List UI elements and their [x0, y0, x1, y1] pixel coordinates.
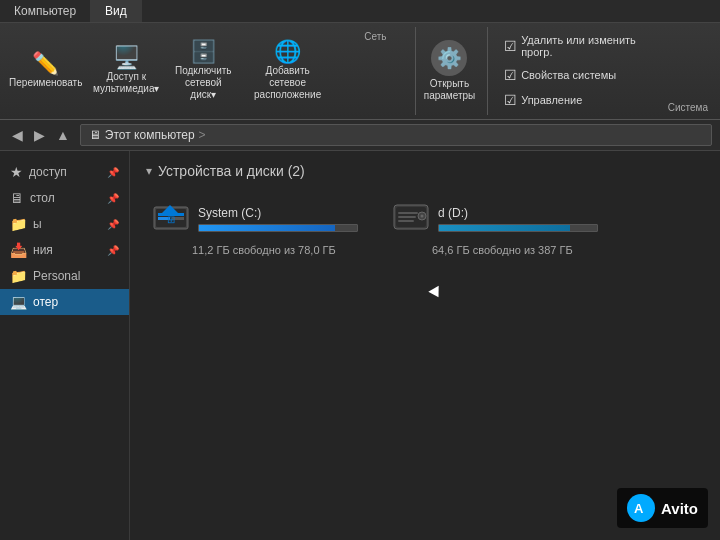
drive-c-info: System (C:) — [198, 206, 360, 232]
main-layout: ★ доступ 📌 🖥 стол 📌 📁 ы 📌 📥 ния 📌 📁 Pers… — [0, 151, 720, 540]
drive-d-bar-container — [438, 224, 598, 232]
svg-rect-10 — [398, 212, 418, 214]
files-pin: 📌 — [107, 219, 119, 230]
path-computer: Этот компьютер — [105, 128, 195, 142]
uninstall-label: Удалить или изменить прогр. — [521, 34, 642, 58]
section-header: ▾ Устройства и диски (2) — [146, 163, 704, 179]
nav-buttons: ◀ ▶ ▲ — [8, 125, 74, 145]
sidebar-item-computer[interactable]: 💻 отер — [0, 289, 129, 315]
computer-sidebar-icon: 💻 — [10, 294, 27, 310]
svg-point-9 — [421, 215, 424, 218]
svg-text:A: A — [634, 501, 644, 516]
section-title: Устройства и диски (2) — [158, 163, 305, 179]
rename-button[interactable]: ✏️ Переименовать — [6, 27, 86, 115]
system-props-button[interactable]: ☑ Свойства системы — [498, 64, 648, 86]
drive-c-bar-container — [198, 224, 358, 232]
drive-c-bar — [199, 225, 335, 231]
drive-d-name: d (D:) — [438, 206, 600, 220]
sidebar: ★ доступ 📌 🖥 стол 📌 📁 ы 📌 📥 ния 📌 📁 Pers… — [0, 151, 130, 540]
drives-grid: ⊞ System (C:) 11,2 ГБ свободно из 78,0 Г… — [146, 191, 704, 262]
svg-rect-11 — [398, 216, 416, 218]
address-bar: ◀ ▶ ▲ 🖥 Этот компьютер > — [0, 120, 720, 151]
personal-label: Personal — [33, 269, 80, 283]
system-right-items: ☑ Удалить или изменить прогр. ☑ Свойства… — [487, 27, 658, 115]
manage-icon: ☑ — [504, 92, 517, 108]
uninstall-icon: ☑ — [504, 38, 517, 54]
media-icon: 🖥️ — [113, 47, 140, 69]
add-network-icon: 🌐 — [274, 41, 301, 63]
forward-button[interactable]: ▶ — [30, 125, 49, 145]
open-params-label: Открытьпараметры — [424, 78, 476, 102]
desktop-pin: 📌 — [107, 193, 119, 204]
network-drive-label: Подключитьсетевой диск▾ — [175, 65, 232, 101]
access-icon: ★ — [10, 164, 23, 180]
system-group: ⚙️ Открытьпараметры ☑ Удалить или измени… — [420, 27, 658, 115]
drive-d-free: 64,6 ГБ свободно из 387 ГБ — [432, 244, 600, 256]
network-drive-icon: 🗄️ — [190, 41, 217, 63]
desktop-icon: 🖥 — [10, 190, 24, 206]
sidebar-item-access[interactable]: ★ доступ 📌 — [0, 159, 129, 185]
add-network-label: Добавить сетевоерасположение — [251, 65, 323, 101]
ribbon: Компьютер Вид ✏️ Переименовать 🖥️ Доступ… — [0, 0, 720, 120]
computer-icon: 🖥 — [89, 128, 101, 142]
sidebar-item-desktop[interactable]: 🖥 стол 📌 — [0, 185, 129, 211]
drive-c-free: 11,2 ГБ свободно из 78,0 ГБ — [192, 244, 360, 256]
personal-icon: 📁 — [10, 268, 27, 284]
system-props-icon: ☑ — [504, 67, 517, 83]
downloads-pin: 📌 — [107, 245, 119, 256]
network-group-label: Сеть — [364, 31, 386, 42]
drive-d-header: d (D:) — [392, 197, 600, 240]
files-label: ы — [33, 217, 42, 231]
media-access-button[interactable]: 🖥️ Доступ кмультимедиа▾ — [90, 27, 164, 115]
ribbon-group-network: Сеть — [336, 27, 416, 115]
computer-label: отер — [33, 295, 58, 309]
add-network-button[interactable]: 🌐 Добавить сетевоерасположение — [243, 27, 331, 115]
back-button[interactable]: ◀ — [8, 125, 27, 145]
system-props-label: Свойства системы — [521, 69, 616, 81]
svg-text:⊞: ⊞ — [167, 214, 175, 225]
network-drive-button[interactable]: 🗄️ Подключитьсетевой диск▾ — [167, 27, 239, 115]
rename-icon: ✏️ — [32, 53, 59, 75]
drive-d-item[interactable]: d (D:) 64,6 ГБ свободно из 387 ГБ — [386, 191, 606, 262]
toggle-icon[interactable]: ▾ — [146, 164, 152, 178]
ribbon-tabs: Компьютер Вид — [0, 0, 720, 23]
tab-view[interactable]: Вид — [91, 0, 142, 22]
path-separator: > — [199, 128, 206, 142]
drive-c-name: System (C:) — [198, 206, 360, 220]
sidebar-item-personal[interactable]: 📁 Personal — [0, 263, 129, 289]
gear-icon: ⚙️ — [431, 40, 467, 76]
avito-watermark: A Avito — [617, 488, 708, 528]
drive-d-info: d (D:) — [438, 206, 600, 232]
address-path[interactable]: 🖥 Этот компьютер > — [80, 124, 712, 146]
drive-c-item[interactable]: ⊞ System (C:) 11,2 ГБ свободно из 78,0 Г… — [146, 191, 366, 262]
tab-computer[interactable]: Компьютер — [0, 0, 91, 22]
downloads-icon: 📥 — [10, 242, 27, 258]
open-params-button[interactable]: ⚙️ Открытьпараметры — [420, 27, 479, 115]
drive-c-icon: ⊞ — [152, 197, 190, 240]
manage-button[interactable]: ☑ Управление — [498, 89, 648, 111]
files-icon: 📁 — [10, 216, 27, 232]
desktop-label: стол — [30, 191, 55, 205]
content-area: ▾ Устройства и диски (2) — [130, 151, 720, 540]
drive-d-icon — [392, 197, 430, 240]
rename-label: Переименовать — [9, 77, 82, 89]
uninstall-button[interactable]: ☑ Удалить или изменить прогр. — [498, 31, 648, 61]
downloads-label: ния — [33, 243, 53, 257]
sidebar-item-files[interactable]: 📁 ы 📌 — [0, 211, 129, 237]
drive-d-bar — [439, 225, 570, 231]
drive-c-header: ⊞ System (C:) — [152, 197, 360, 240]
sidebar-item-downloads[interactable]: 📥 ния 📌 — [0, 237, 129, 263]
access-label: доступ — [29, 165, 67, 179]
system-group-label: Система — [662, 100, 714, 115]
avito-logo-icon: A — [627, 494, 655, 522]
manage-label: Управление — [521, 94, 582, 106]
up-button[interactable]: ▲ — [52, 125, 74, 145]
svg-rect-12 — [398, 220, 414, 222]
avito-label: Avito — [661, 500, 698, 517]
access-pin: 📌 — [107, 167, 119, 178]
ribbon-content: ✏️ Переименовать 🖥️ Доступ кмультимедиа▾… — [0, 23, 720, 119]
media-label: Доступ кмультимедиа▾ — [93, 71, 159, 95]
